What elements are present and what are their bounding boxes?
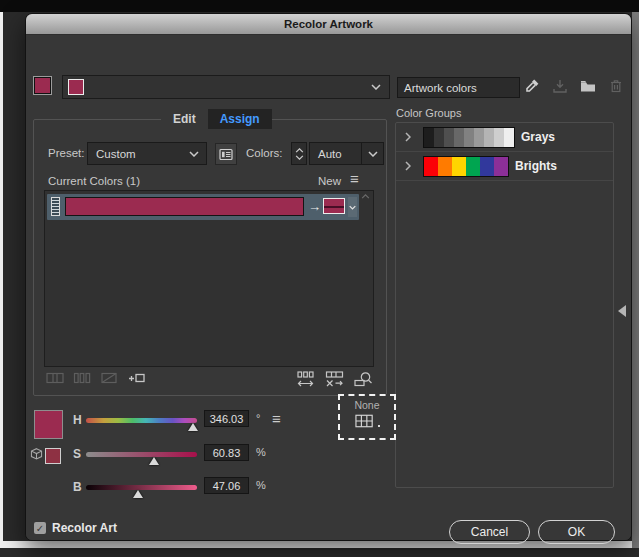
active-color-swatch[interactable] (34, 77, 51, 94)
swatch-grid-icon (355, 414, 380, 428)
swatch[interactable] (452, 157, 466, 176)
hue-slider-row: H 346.03 ° ≡ (26, 411, 386, 431)
current-colors-toolbar (34, 370, 386, 390)
preset-label: Preset: (48, 147, 84, 159)
recolor-art-checkbox[interactable]: ✓ (34, 522, 46, 534)
colors-count-select[interactable]: Auto (309, 142, 384, 165)
cancel-button[interactable]: Cancel (449, 520, 530, 544)
scroll-up-icon[interactable] (361, 194, 370, 199)
artboard-edge-bottom (0, 541, 633, 548)
maps-to-arrow-icon: → (308, 198, 321, 215)
new-row-icon[interactable] (127, 371, 146, 388)
color-group-name-input[interactable]: Artwork colors (397, 77, 520, 98)
limit-colors-none-dropzone[interactable]: None (338, 394, 396, 440)
swatch[interactable] (464, 128, 474, 147)
saturation-unit: % (256, 446, 266, 458)
assign-panel: Preset: Custom Colors: (33, 119, 387, 396)
random-color-order-icon[interactable] (296, 371, 315, 388)
brightness-value-input[interactable]: 47.06 (204, 477, 249, 494)
swatch[interactable] (484, 128, 494, 147)
new-color-options-button[interactable] (348, 197, 357, 217)
saturation-slider-row: S 60.83 % (26, 445, 386, 465)
group-toolbar (524, 78, 624, 94)
save-group-icon[interactable] (552, 78, 568, 94)
edit-assign-tabs: Edit Assign (161, 109, 272, 129)
swatch-library-button[interactable] (215, 143, 237, 165)
recolor-art-label: Recolor Art (52, 521, 117, 535)
slider-options-menu-icon[interactable]: ≡ (272, 410, 281, 427)
preset-select[interactable]: Custom (87, 142, 207, 165)
brightness-unit: % (256, 479, 266, 491)
group-swatch-strip[interactable] (423, 127, 515, 148)
hue-slider-handle[interactable] (188, 423, 198, 431)
group-name[interactable]: Brights (515, 159, 557, 173)
dialog-titlebar[interactable]: Recolor Artwork (26, 14, 631, 35)
hue-unit: ° (256, 412, 260, 424)
hue-slider[interactable] (86, 418, 197, 423)
exclude-colors-icon[interactable] (100, 371, 119, 388)
color-group-row[interactable]: Grays (396, 123, 613, 152)
swatch[interactable] (474, 128, 484, 147)
color-preview-dropdown[interactable] (62, 75, 390, 99)
brightness-slider-handle[interactable] (133, 490, 143, 498)
colors-count-stepper[interactable] (291, 142, 307, 165)
new-group-folder-icon[interactable] (580, 78, 596, 94)
new-color-swatch[interactable] (323, 198, 345, 214)
chevron-down-icon (189, 151, 199, 157)
swatch[interactable] (434, 128, 444, 147)
none-label: None (354, 399, 379, 411)
chevron-right-icon[interactable] (405, 161, 411, 171)
swatch[interactable] (494, 128, 504, 147)
group-name[interactable]: Grays (521, 130, 555, 144)
find-color-in-artwork-icon[interactable] (354, 371, 373, 388)
hue-label: H (73, 413, 82, 427)
random-saturation-brightness-icon[interactable] (325, 371, 344, 388)
saturation-slider[interactable] (86, 452, 197, 457)
saturation-slider-handle[interactable] (149, 457, 159, 465)
dialog-body: Artwork colors Edit Assign (26, 35, 631, 540)
colors-count-value: Auto (318, 148, 342, 160)
current-colors-label: Current Colors (1) (48, 175, 140, 187)
swatch[interactable] (424, 128, 434, 147)
app-canvas-right (632, 12, 639, 548)
group-swatch-strip[interactable] (423, 156, 509, 177)
swatch[interactable] (454, 128, 464, 147)
tab-edit[interactable]: Edit (161, 109, 208, 129)
new-column-label: New (318, 175, 341, 187)
merge-colors-icon[interactable] (46, 371, 65, 388)
swatch[interactable] (494, 157, 508, 176)
row-drag-handle[interactable] (51, 197, 60, 216)
swatch[interactable] (444, 128, 454, 147)
swatch[interactable] (424, 157, 438, 176)
current-color-bar[interactable] (65, 197, 304, 216)
dropdown-color-swatch (68, 79, 84, 95)
ok-button[interactable]: OK (538, 520, 615, 544)
colors-label: Colors: (246, 147, 282, 159)
preset-value: Custom (96, 148, 136, 160)
current-color-row[interactable]: → (47, 194, 359, 220)
chevron-right-icon[interactable] (405, 132, 411, 142)
dialog-title: Recolor Artwork (284, 18, 373, 30)
delete-group-trash-icon[interactable] (608, 78, 624, 94)
color-group-row[interactable]: Brights (396, 152, 613, 181)
swatch[interactable] (466, 157, 480, 176)
swatch[interactable] (480, 157, 494, 176)
swatch[interactable] (438, 157, 452, 176)
current-colors-menu-icon[interactable]: ≡ (350, 170, 359, 187)
chevron-down-icon (361, 143, 383, 164)
screenshot-canvas: Recolor Artwork Artwork colors (0, 0, 639, 557)
tint-split-line (324, 206, 344, 208)
swatch[interactable] (504, 128, 514, 147)
current-colors-list: → (44, 190, 374, 367)
separate-colors-icon[interactable] (73, 371, 92, 388)
randomize-buttons (296, 371, 373, 388)
saturation-value-input[interactable]: 60.83 (204, 444, 249, 461)
tab-assign[interactable]: Assign (208, 109, 272, 129)
collapse-panel-arrow-icon[interactable] (618, 305, 626, 317)
artboard-edge-left (0, 12, 3, 548)
preset-row: Preset: Custom Colors: (34, 142, 386, 166)
brightness-slider[interactable] (86, 485, 197, 490)
hue-value-input[interactable]: 346.03 (204, 410, 249, 427)
eyedropper-icon[interactable] (524, 78, 540, 94)
row-edit-buttons (46, 371, 146, 388)
